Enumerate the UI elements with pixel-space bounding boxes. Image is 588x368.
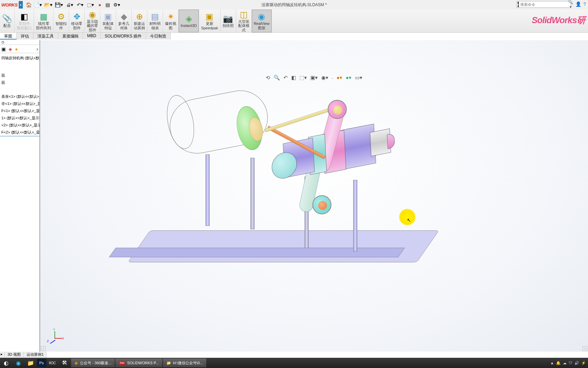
tray-icon[interactable]: 🔔: [556, 361, 561, 365]
bottom-tab-model-icon[interactable]: ▸: [0, 352, 5, 358]
ribbon-assembly-feature[interactable]: ▣装配体 特征: [100, 10, 116, 32]
ribbon-reference-geometry[interactable]: ◆参考几 何体: [116, 10, 132, 32]
tree-item[interactable]: 基座<1> (默认<<默认>_显: [0, 93, 39, 100]
windows-taskbar: ◐ ◉ 📁 Ps 8OC 🛠 ◉公众号 - 360极速... SWSOLIDWO…: [0, 358, 588, 368]
origin-triad: YXZ: [47, 331, 61, 345]
print-icon[interactable]: 🖨▾: [64, 1, 75, 9]
tray-icon[interactable]: 🔊: [574, 361, 579, 365]
home-icon[interactable]: 🏠: [25, 1, 32, 9]
ribbon-bom[interactable]: ▤材料明 细表: [147, 10, 163, 32]
watermark-text: SolidWorks研: [532, 14, 585, 26]
tree-item[interactable]: F<1> (默认<<默认>_显示状: [0, 107, 39, 114]
ribbon: 📎配合 ◧零部件 预览窗口 ▦线性零 部件阵列 ⚙智能扣 件 ✥移动零 部件 ◉…: [0, 10, 588, 33]
bottom-tabs: ▸ 3D 视图 运动算例1: [0, 352, 47, 358]
open-icon[interactable]: 📂▾: [43, 1, 53, 9]
search-icon[interactable]: 🔍▾: [568, 0, 573, 9]
help-icon[interactable]: ?: [583, 1, 586, 7]
support-post: [250, 158, 255, 229]
settings-icon[interactable]: ⚙▾: [112, 1, 122, 9]
ribbon-mate[interactable]: 📎配合: [0, 10, 15, 32]
tree-tab-icon[interactable]: ◷: [0, 40, 39, 45]
taskbar-task[interactable]: ◉公众号 - 360极速...: [71, 358, 115, 367]
tree-icon-3[interactable]: ●: [15, 46, 18, 52]
ribbon-instant3d[interactable]: ◈Instant3D: [179, 10, 199, 32]
system-tray[interactable]: ▲ 🔔 ☁ 🛡 🔊 ⚡: [548, 361, 588, 365]
crank-pivot-top: [328, 100, 347, 119]
tab-sketch[interactable]: 草图: [0, 33, 17, 40]
tab-evaluate[interactable]: 评估: [17, 33, 33, 40]
command-search[interactable]: ▸ 🔍▾: [517, 1, 571, 8]
shaft-tip: [387, 133, 395, 149]
explorer-icon[interactable]: 📁: [24, 358, 37, 368]
options-icon[interactable]: ▤: [104, 1, 111, 9]
chevron-right-icon[interactable]: ›: [36, 46, 38, 52]
tray-icon[interactable]: ⚡: [581, 361, 586, 365]
taskbar-task[interactable]: 📁H:\微信公众号\0...: [163, 358, 206, 367]
new-icon[interactable]: 📄▾: [33, 1, 43, 9]
taskbar-task[interactable]: SWSOLIDWORKS P...: [115, 358, 162, 367]
tray-icon[interactable]: ▲: [550, 361, 554, 365]
ribbon-preview: ◧零部件 预览窗口: [15, 10, 34, 32]
ribbon-move-component[interactable]: ✥移动零 部件: [69, 10, 85, 32]
ribbon-exploded-view[interactable]: ✴爆炸视 图: [163, 10, 179, 32]
undo-icon[interactable]: ↶▾: [75, 1, 85, 9]
ribbon-realview[interactable]: ◉RealView 图形: [252, 10, 272, 32]
ribbon-show-hidden[interactable]: ◉显示隐 藏的零 部件: [85, 10, 100, 32]
tree-icon-1[interactable]: ▣: [1, 46, 6, 52]
rebuild-icon[interactable]: ●: [96, 1, 103, 9]
base-plate-side: [109, 248, 405, 257]
flyout-arrow-icon[interactable]: ▸: [19, 1, 23, 9]
tab-render[interactable]: 渲染工具: [33, 33, 58, 40]
tray-icon[interactable]: 🛡: [569, 361, 572, 365]
tree-item[interactable]: F<2> (默认<<默认>_显示状: [0, 129, 39, 136]
bottom-tab-motion[interactable]: 运动算例1: [24, 352, 47, 358]
tree-root[interactable]: 同轴反转机构 (默认<默认_显: [0, 55, 39, 62]
tree-item[interactable]: <2> (默认<<默认>_显示状: [0, 122, 39, 129]
taskbar-app-icon[interactable]: 8OC: [46, 358, 59, 368]
user-icon[interactable]: 👤: [575, 1, 581, 7]
ribbon-snapshot[interactable]: 📷拍快照: [220, 10, 236, 32]
ribbon-motion-study[interactable]: ⊕新建运 动算例: [132, 10, 147, 32]
search-input[interactable]: [520, 2, 568, 6]
document-title: 活塞驱动的同轴反转机构.SLDASM *: [261, 2, 327, 8]
manager-tabs: 草图 评估 渲染工具 直接编辑 MBD SOLIDWORKS 插件 今日制造: [0, 33, 171, 40]
tab-directedit[interactable]: 直接编辑: [58, 33, 83, 40]
quick-access-toolbar: WORKS ▸ 🏠 📄▾ 📂▾ 💾▾ 🖨▾ ↶▾ ⬚▾ ● ▤ ⚙▾ 活塞驱动的…: [0, 0, 588, 10]
feature-tree: ◷ ▣ ◈ ● › 同轴反转机构 (默认<默认_显 面 面 基座<1> (默认<…: [0, 40, 40, 358]
support-post: [206, 154, 210, 226]
tree-item[interactable]: 面: [0, 72, 39, 79]
taskbar-app-icon[interactable]: ◉: [12, 358, 24, 368]
base-plate: [128, 230, 439, 262]
tree-item[interactable]: 面: [0, 79, 39, 86]
assembly-model: [135, 67, 435, 286]
support-post: [353, 180, 357, 251]
tree-item[interactable]: 非<1> (默认<<默认>_显示: [0, 100, 39, 107]
tab-addins[interactable]: SOLIDWORKS 插件: [101, 33, 146, 40]
taskbar-app-icon[interactable]: 🛠: [59, 358, 71, 368]
3d-viewport[interactable]: ⟲ 🔍 ↶ ◧ ⬚▾ ▣▾ ◉▾ · ●▾ ●▾ ▭▾: [40, 40, 588, 352]
start-icon[interactable]: ◐: [0, 358, 12, 368]
tree-item[interactable]: 1> (默认<<默认>_显示状: [0, 114, 39, 122]
tab-today[interactable]: 今日制造: [146, 33, 171, 40]
ribbon-smart-fastener[interactable]: ⚙智能扣 件: [53, 10, 69, 32]
tree-icon-2[interactable]: ◈: [9, 46, 12, 52]
search-play-icon: ▸: [518, 2, 519, 7]
ribbon-speedpak[interactable]: ▣更新 Speedpak: [199, 10, 220, 32]
ribbon-large-assembly[interactable]: ◫大型装 配体模 式: [236, 10, 252, 32]
crank-pivot-bottom: [312, 195, 331, 214]
select-icon[interactable]: ⬚▾: [85, 1, 96, 9]
save-icon[interactable]: 💾▾: [54, 1, 64, 9]
ribbon-linear-pattern[interactable]: ▦线性零 部件阵列: [34, 10, 53, 32]
tab-mbd[interactable]: MBD: [83, 33, 101, 40]
cursor-icon: ↖: [407, 217, 411, 223]
tray-icon[interactable]: ☁: [563, 361, 567, 365]
scrollbar-horizontal[interactable]: ‹›: [41, 346, 587, 351]
app-logo: WORKS: [0, 2, 19, 7]
photoshop-icon[interactable]: Ps: [37, 359, 46, 367]
bottom-tab-3dview[interactable]: 3D 视图: [5, 352, 24, 358]
